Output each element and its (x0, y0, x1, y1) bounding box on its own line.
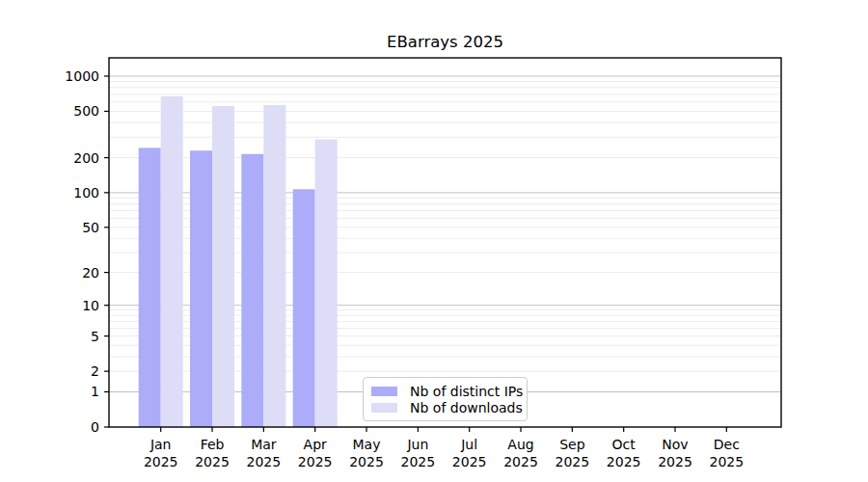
y-tick-label: 100 (73, 185, 99, 201)
bar-mar-distinct-ips (241, 154, 263, 427)
bar-apr-distinct-ips (293, 189, 315, 427)
legend-swatch-downloads (371, 403, 397, 413)
x-tick-label: Feb2025 (195, 437, 230, 469)
y-tick-label: 0 (91, 419, 99, 435)
bar-apr-downloads (315, 140, 338, 427)
y-tick-label: 50 (82, 220, 99, 235)
x-tick-label: Aug2025 (503, 437, 538, 469)
x-tick-label: Nov2025 (658, 437, 692, 469)
y-tick-label: 1000 (65, 68, 99, 84)
bar-jan-distinct-ips (139, 147, 161, 427)
bar-mar-downloads (263, 105, 285, 427)
legend-swatch-distinct-ips (371, 387, 397, 396)
legend-label-downloads: Nb of downloads (410, 401, 523, 415)
y-tick-label: 200 (73, 150, 99, 166)
x-tick-label: Jan2025 (144, 437, 178, 469)
legend-item-distinct-ips: Nb of distinct IPs (371, 383, 519, 399)
x-tick-label: Oct2025 (607, 437, 641, 469)
x-tick-label: Jul2025 (452, 437, 487, 469)
legend-label-distinct-ips: Nb of distinct IPs (410, 385, 523, 398)
y-tick-label: 10 (82, 298, 99, 313)
x-tick-label: Sep2025 (556, 437, 590, 469)
y-tick-label: 1 (91, 384, 99, 399)
chart-figure: EBarrays 2025 01251020501002005001000Jan… (0, 0, 868, 482)
x-tick-label: Apr2025 (298, 437, 333, 469)
chart-legend: Nb of distinct IPs Nb of downloads (363, 377, 528, 421)
legend-item-downloads: Nb of downloads (371, 399, 519, 415)
y-tick-label: 20 (82, 265, 99, 281)
x-tick-label: Dec2025 (710, 437, 745, 469)
y-tick-label: 500 (73, 103, 99, 119)
y-tick-label: 2 (91, 363, 99, 379)
x-tick-label: Mar2025 (247, 437, 282, 469)
bar-jan-downloads (161, 96, 183, 427)
x-tick-label: Jun2025 (401, 437, 436, 469)
x-tick-label: May2025 (349, 437, 384, 469)
bar-feb-downloads (212, 106, 234, 427)
y-tick-label: 5 (91, 329, 99, 344)
bar-feb-distinct-ips (190, 150, 212, 427)
